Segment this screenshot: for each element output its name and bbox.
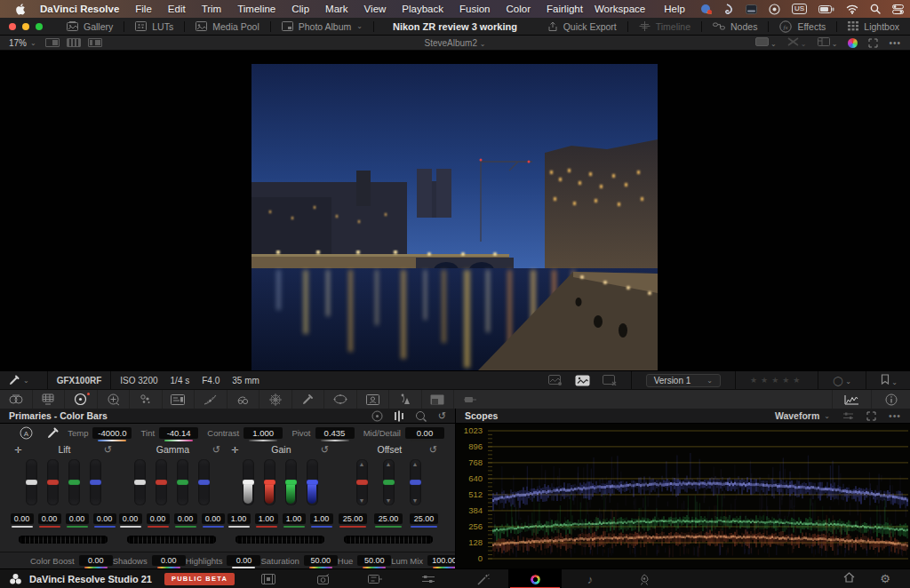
menu-help[interactable]: Help: [660, 4, 689, 14]
hdr-wheels-tool[interactable]: [98, 390, 131, 409]
quick-export-button[interactable]: Quick Export: [537, 18, 627, 35]
maximize-window-button[interactable]: [36, 23, 43, 30]
wifi-icon[interactable]: [846, 3, 858, 15]
offset-green-value[interactable]: 25.00: [374, 513, 403, 524]
version-dropdown[interactable]: Version 1 ⌄: [646, 374, 721, 387]
gain-reset-icon[interactable]: ↺: [321, 444, 329, 456]
gamma-master-wheel[interactable]: [127, 536, 216, 544]
bars-mode-icon[interactable]: [394, 410, 404, 422]
color-boost-control[interactable]: Color Boost 0.00: [30, 555, 113, 566]
lift-green-value[interactable]: 0.00: [66, 513, 89, 524]
keyframes-tool[interactable]: [454, 390, 487, 409]
menu-file[interactable]: File: [127, 4, 160, 14]
battery-icon[interactable]: [818, 3, 834, 15]
lum-mix-control[interactable]: Lum Mix 100.00: [391, 555, 461, 566]
photo-album-button[interactable]: Photo Album ⌄: [271, 18, 373, 35]
menu-color[interactable]: Color: [499, 4, 539, 14]
rgb-mixer-tool[interactable]: [130, 390, 163, 409]
highlights-value[interactable]: 0.00: [227, 555, 260, 566]
white-balance-picker-icon[interactable]: [47, 427, 59, 439]
menu-workspace[interactable]: Workspace: [591, 4, 649, 14]
info-button[interactable]: [871, 390, 910, 409]
qualifier-web-tool[interactable]: [259, 390, 292, 409]
saturation-value[interactable]: 50.00: [304, 555, 338, 566]
tray-app-icon[interactable]: [724, 3, 734, 15]
page-cut[interactable]: [297, 569, 350, 588]
saturation-control[interactable]: Saturation 50.00: [260, 555, 337, 566]
gain-blue-slider[interactable]: [307, 459, 318, 505]
home-icon[interactable]: [843, 572, 855, 585]
log-mode-icon[interactable]: [415, 410, 427, 422]
lift-reset-icon[interactable]: ↺: [104, 444, 112, 456]
lift-blue-slider[interactable]: [90, 459, 101, 505]
gamma-blue-slider[interactable]: [198, 459, 210, 505]
grab-still-dropdown[interactable]: ⌄: [0, 375, 38, 385]
temp-value[interactable]: -4000.0: [92, 427, 132, 439]
lift-custom-icon[interactable]: ✛: [14, 445, 25, 455]
lift-blue-value[interactable]: 0.00: [93, 513, 116, 524]
luts-button[interactable]: LUTs: [124, 18, 184, 35]
curves-tool[interactable]: [195, 390, 228, 409]
menu-fairlight[interactable]: Fairlight: [539, 4, 591, 14]
color-wheels-tool[interactable]: [65, 390, 98, 409]
gallery-button[interactable]: Gallery: [56, 18, 124, 35]
blur-tool[interactable]: [422, 390, 455, 409]
page-media[interactable]: [242, 569, 295, 588]
minimize-window-button[interactable]: [22, 23, 29, 30]
apply-grade-icon[interactable]: [548, 375, 563, 385]
lift-red-slider[interactable]: [47, 459, 59, 505]
hue-control[interactable]: Hue 50.00: [338, 555, 391, 566]
highlights-control[interactable]: Highlights 0.00: [186, 555, 261, 566]
flag-dropdown[interactable]: ⌄: [881, 374, 898, 386]
lift-master-value[interactable]: 0.00: [11, 513, 34, 524]
gamma-red-slider[interactable]: [156, 459, 167, 505]
terminal-status-icon[interactable]: [746, 3, 757, 15]
menu-mark[interactable]: Mark: [317, 4, 356, 14]
menu-trim[interactable]: Trim: [194, 4, 230, 14]
gamma-master-value[interactable]: 0.00: [119, 513, 142, 524]
gain-master-value[interactable]: 1.00: [228, 513, 251, 524]
window-shapes-tool[interactable]: [324, 390, 357, 409]
gain-master-wheel[interactable]: [235, 536, 324, 544]
color-viewer-icon[interactable]: [848, 38, 858, 48]
temp-control[interactable]: Temp -4000.0: [68, 427, 132, 439]
picker-tool[interactable]: [292, 390, 325, 409]
page-deliver[interactable]: [617, 569, 670, 588]
camera-raw-tool[interactable]: [0, 390, 33, 409]
viewer-canvas[interactable]: [0, 51, 910, 370]
gain-green-value[interactable]: 1.00: [283, 513, 306, 524]
menu-view[interactable]: View: [356, 4, 395, 14]
offset-blue-value[interactable]: 25.00: [410, 513, 438, 524]
star-rating[interactable]: ★★★★★: [750, 376, 803, 385]
remove-grade-icon[interactable]: [603, 375, 617, 385]
tracker-tool[interactable]: [357, 390, 390, 409]
gain-blue-value[interactable]: 1.00: [310, 513, 333, 524]
image-enabled-icon[interactable]: [575, 375, 590, 386]
gamma-master-slider[interactable]: [134, 459, 146, 505]
contrast-control[interactable]: Contrast 1.000: [207, 427, 283, 439]
waveform-scope[interactable]: 10238967686405123842561280: [456, 424, 910, 568]
contrast-value[interactable]: 1.000: [243, 427, 283, 439]
shadows-control[interactable]: Shadows 0.00: [113, 555, 186, 566]
lift-green-slider[interactable]: [68, 459, 80, 505]
menubar-app-name[interactable]: DaVinci Resolve: [32, 4, 127, 14]
page-color[interactable]: [508, 569, 562, 588]
mid-detail-value[interactable]: 0.00: [405, 427, 444, 439]
label-color-dropdown[interactable]: ◯ ⌄: [833, 376, 851, 385]
hue-value[interactable]: 50.00: [357, 555, 391, 566]
menu-playback[interactable]: Playback: [394, 4, 451, 14]
mid-detail-control[interactable]: Mid/Detail 0.00: [363, 427, 444, 439]
timeline-button[interactable]: Timeline: [628, 18, 701, 35]
menu-clip[interactable]: Clip: [283, 4, 317, 14]
color-match-tool[interactable]: [33, 390, 66, 409]
menu-fusion[interactable]: Fusion: [451, 4, 499, 14]
offset-reset-icon[interactable]: ↺: [429, 444, 437, 456]
lightbox-button[interactable]: Lightbox: [837, 18, 910, 35]
lift-red-value[interactable]: 0.00: [38, 513, 61, 524]
scope-settings-icon[interactable]: [842, 411, 854, 421]
color-boost-value[interactable]: 0.00: [79, 555, 113, 566]
apple-logo-icon[interactable]: [11, 3, 32, 15]
offset-green-slider[interactable]: ▲▼: [383, 459, 395, 505]
wheels-mode-icon[interactable]: [371, 410, 383, 422]
pivot-value[interactable]: 0.435: [315, 427, 355, 439]
